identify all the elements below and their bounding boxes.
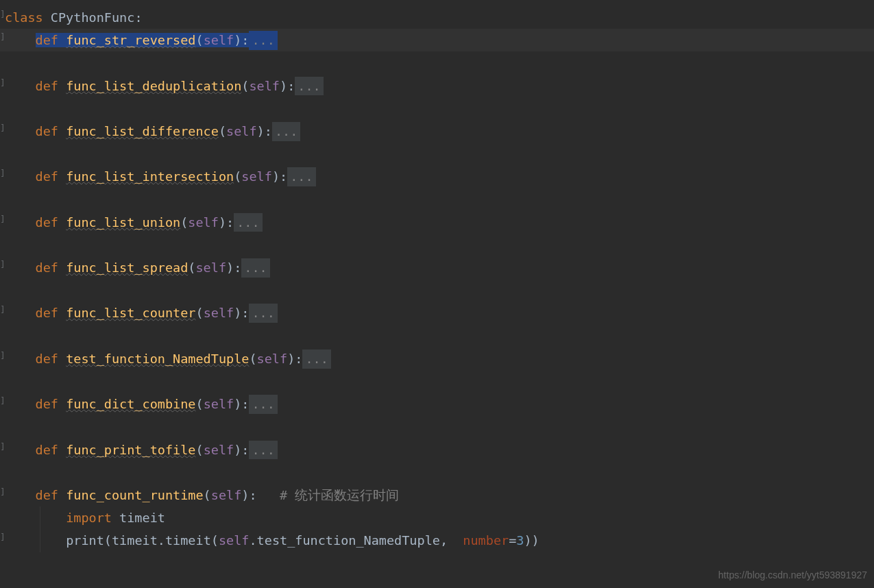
blank-line [0,97,874,120]
param-self: self [219,533,250,548]
param-self: self [195,260,226,275]
blank-line [0,51,874,74]
method-name: func_list_union [66,215,180,230]
code-line[interactable]: import timeit [0,506,874,529]
blank-line [0,461,874,484]
code-line[interactable]: ] def test_function_NamedTuple(self):... [0,347,874,370]
param-self: self [257,352,288,366]
keyword-def: def [36,169,58,184]
method-name: func_str_reversed [66,33,195,47]
gutter-fold-icon[interactable]: ] [0,439,5,454]
code-line[interactable]: ] def func_list_counter(self):... [0,302,874,324]
method-name: func_dict_combine [66,397,195,411]
blank-line [0,415,874,438]
gutter-fold-icon[interactable]: ] [0,529,5,545]
fold-ellipsis[interactable]: ... [249,31,277,50]
watermark: https://blog.csdn.net/yyt593891927 [718,567,867,584]
code-line[interactable]: ] def func_dict_combine(self):... [0,393,874,415]
method-name: func_list_intersection [66,169,234,184]
gutter-fold-icon[interactable]: ] [0,347,5,363]
method-name: func_list_difference [66,124,219,138]
method-name: func_print_tofile [66,443,195,457]
keyword-import: import [66,511,112,525]
param-self: self [204,443,234,457]
fold-ellipsis[interactable]: ... [249,304,277,323]
gutter-fold-icon[interactable]: ] [0,302,5,317]
kwarg-name: number [463,533,509,548]
class-name: CPythonFunc [51,10,135,25]
code-editor[interactable]: ] class CPythonFunc: ] def func_str_reve… [0,0,874,552]
code-line[interactable]: ] print(timeit.timeit(self.test_function… [0,529,874,552]
gutter-fold-icon[interactable]: ] [0,165,5,181]
blank-line [0,143,874,165]
method-name: func_list_spread [66,260,188,275]
gutter-fold-icon[interactable]: ] [0,211,5,227]
blank-line [0,325,874,347]
code-line[interactable]: ] def func_list_spread(self):... [0,256,874,279]
keyword-def: def [36,124,58,138]
param-self: self [204,33,234,47]
method-name: test_function_NamedTuple [66,352,249,366]
blank-line [0,234,874,256]
fold-ellipsis[interactable]: ... [302,350,330,369]
gutter-fold-icon[interactable]: ] [0,120,5,136]
blank-line [0,279,874,302]
number-literal: 3 [516,533,524,548]
code-line[interactable]: ] def func_list_union(self):... [0,211,874,234]
param-self: self [241,169,272,184]
keyword-def: def [36,79,58,93]
keyword-def: def [36,33,58,47]
code-line[interactable]: ] def func_list_intersection(self):... [0,165,874,188]
keyword-class: class [5,10,43,25]
fold-ellipsis[interactable]: ... [295,77,323,96]
gutter-fold-icon[interactable]: ] [0,256,5,272]
code-line[interactable]: ] def func_print_tofile(self):... [0,439,874,461]
builtin-print: print [66,533,104,548]
module-name: timeit [119,511,165,525]
code-line[interactable]: ] def func_count_runtime(self): # 统计函数运行… [0,484,874,506]
param-self: self [211,488,242,502]
gutter-fold-icon[interactable]: ] [0,6,5,22]
method-name: func_list_counter [66,306,195,320]
code-line-highlighted[interactable]: ] def func_str_reversed(self):... [0,29,874,51]
comment: # 统计函数运行时间 [280,488,399,502]
fold-ellipsis[interactable]: ... [272,122,300,141]
code-line[interactable]: ] class CPythonFunc: [0,6,874,29]
param-self: self [204,306,234,320]
method-name: func_list_deduplication [66,79,241,93]
fold-ellipsis[interactable]: ... [287,167,315,186]
method-ref: test_function_NamedTuple [257,533,440,548]
gutter-fold-icon[interactable]: ] [0,393,5,408]
keyword-def: def [36,488,58,502]
keyword-def: def [36,352,58,366]
fold-ellipsis[interactable]: ... [249,395,277,414]
param-self: self [204,397,234,411]
blank-line [0,370,874,393]
gutter-fold-icon[interactable]: ] [0,75,5,90]
keyword-def: def [36,443,58,457]
method-name: func_count_runtime [66,488,203,502]
code-line[interactable]: ] def func_list_difference(self):... [0,120,874,143]
keyword-def: def [36,397,58,411]
fold-ellipsis[interactable]: ... [249,441,277,460]
ident-timeit: timeit [112,533,158,548]
blank-line [0,188,874,211]
keyword-def: def [36,215,58,230]
fold-ellipsis[interactable]: ... [234,213,262,232]
code-line[interactable]: ] def func_list_deduplication(self):... [0,75,874,97]
ident-timeit2: timeit [165,533,211,548]
keyword-def: def [36,260,58,275]
keyword-def: def [36,306,58,320]
fold-ellipsis[interactable]: ... [241,258,269,278]
param-self: self [226,124,257,138]
gutter-fold-icon[interactable]: ] [0,29,5,45]
param-self: self [249,79,280,93]
gutter-fold-icon[interactable]: ] [0,484,5,500]
param-self: self [188,215,219,230]
